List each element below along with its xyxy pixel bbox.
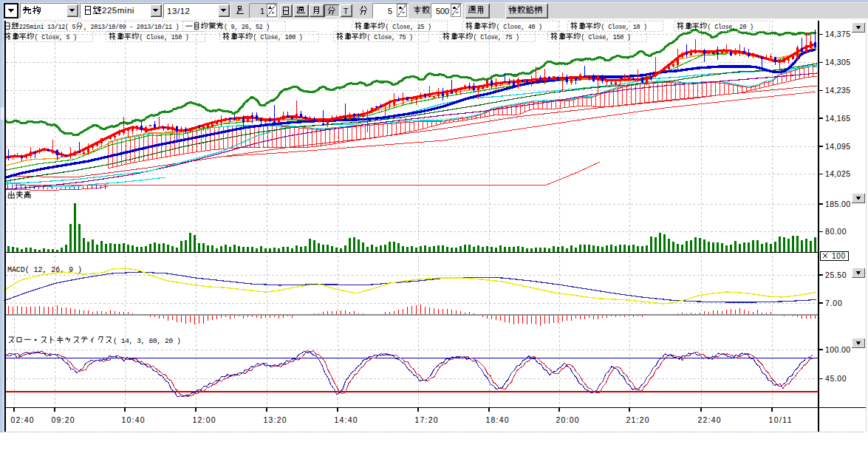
- svg-text:02:40: 02:40: [11, 415, 34, 424]
- svg-text:( 14, 3, 80, 20 ): ( 14, 3, 80, 20 ): [113, 337, 181, 345]
- svg-text:( 9, 26, 52 ): ( 9, 26, 52 ): [224, 24, 270, 31]
- svg-text:80.00: 80.00: [825, 227, 847, 236]
- svg-text:14,095: 14,095: [825, 142, 850, 151]
- svg-text:09:20: 09:20: [52, 415, 75, 424]
- svg-text:( Close, 150 ): ( Close, 150 ): [140, 34, 189, 41]
- svg-text:20:00: 20:00: [556, 415, 579, 424]
- svg-text:45.00: 45.00: [825, 374, 847, 383]
- svg-text:22:40: 22:40: [698, 415, 721, 424]
- svg-text:21:20: 21:20: [626, 415, 649, 424]
- svg-text:( Close, 150 ): ( Close, 150 ): [581, 34, 631, 41]
- svg-text:500: 500: [436, 7, 449, 16]
- svg-text:14,235: 14,235: [825, 86, 850, 95]
- svg-text:13:20: 13:20: [264, 415, 287, 424]
- svg-text:17:20: 17:20: [415, 415, 438, 424]
- svg-text:( Close, 40 ): ( Close, 40 ): [496, 24, 542, 31]
- svg-text:225mini: 225mini: [102, 6, 134, 15]
- svg-text:12:00: 12:00: [193, 415, 216, 424]
- svg-text:14,305: 14,305: [825, 58, 850, 67]
- svg-text:1: 1: [260, 7, 264, 16]
- svg-text:10:40: 10:40: [122, 415, 145, 424]
- svg-text:14:40: 14:40: [335, 415, 358, 424]
- svg-text:100: 100: [832, 252, 845, 260]
- svg-text:14,025: 14,025: [825, 169, 850, 178]
- svg-text:7.00: 7.00: [825, 299, 842, 307]
- svg-text:25.50: 25.50: [825, 270, 847, 279]
- svg-text:14,375: 14,375: [825, 30, 850, 38]
- svg-text:13/12: 13/12: [167, 7, 190, 16]
- svg-text:( Close, 75 ): ( Close, 75 ): [367, 34, 413, 41]
- svg-text:14,165: 14,165: [825, 114, 850, 123]
- svg-text:5: 5: [388, 7, 392, 16]
- svg-text:18:40: 18:40: [486, 415, 509, 424]
- svg-text:( Close, 100 ): ( Close, 100 ): [253, 34, 303, 41]
- svg-text:( Close, 75 ): ( Close, 75 ): [474, 34, 519, 41]
- svg-text:10/11: 10/11: [769, 415, 792, 424]
- svg-text:( Close, 25 ): ( Close, 25 ): [386, 24, 431, 31]
- svg-text:, 2013/10/09 - 2013/10/11 ): , 2013/10/09 - 2013/10/11 ): [83, 24, 180, 31]
- svg-text:( Close, 5 ): ( Close, 5 ): [35, 34, 78, 41]
- svg-text:( Close, 20 ): ( Close, 20 ): [708, 24, 753, 31]
- svg-text:T: T: [344, 7, 349, 16]
- svg-text:100.00: 100.00: [825, 345, 850, 354]
- svg-text:( Close, 10 ): ( Close, 10 ): [601, 24, 647, 31]
- svg-text:225mini 13/12( 5: 225mini 13/12( 5: [19, 24, 76, 31]
- svg-text:185.00: 185.00: [825, 200, 850, 208]
